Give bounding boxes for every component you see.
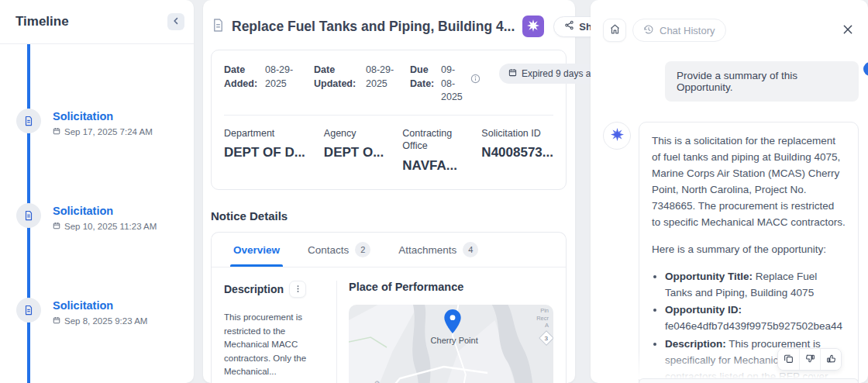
opportunity-info-card: Date Added: 08-29-2025 Date Updated: 08-… <box>211 50 567 190</box>
timeline-item-date: Sep 10, 2025 11:23 AM <box>53 222 194 231</box>
thumbs-up-button[interactable] <box>820 349 841 370</box>
timeline-header: Timeline <box>0 0 194 44</box>
solicitation-id-field: Solicitation ID N4008573... <box>481 127 553 174</box>
description-section: Description This procurement is restrict… <box>224 281 325 383</box>
department-field: Department DEPT OF D... <box>224 127 305 174</box>
document-icon <box>211 18 226 36</box>
thumbs-down-button[interactable] <box>799 349 820 370</box>
sparkle-icon <box>611 128 624 144</box>
notice-details-heading: Notice Details <box>211 209 567 223</box>
opportunity-title-row: Replace Fuel Tanks and Piping, Building … <box>211 16 567 37</box>
ai-assistant-button[interactable] <box>522 16 544 37</box>
place-of-performance-section: Place of Performance <box>349 281 553 383</box>
timeline-item-type[interactable]: Solicitation <box>53 110 194 122</box>
chat-history-button[interactable]: Chat History <box>632 19 726 42</box>
collapse-panel-button[interactable] <box>167 13 184 30</box>
timeline-panel: Timeline Solicitation Sep 17, 2025 7:24 … <box>0 0 194 383</box>
org-row: Department DEPT OF D... Agency DEPT O...… <box>212 116 566 190</box>
chat-panel: Chat History Provide a summary of this O… <box>591 0 868 383</box>
map-corner-labels: Pin Recr A <box>536 307 549 329</box>
timeline-item-date: Sep 17, 2025 7:24 AM <box>53 127 194 136</box>
chevron-left-icon <box>171 16 181 28</box>
assistant-summary-lead: Here is a summary of the opportunity: <box>652 241 846 257</box>
timeline-title: Timeline <box>16 14 69 29</box>
sparkle-icon <box>527 19 539 34</box>
history-icon <box>643 24 654 37</box>
timeline-item-date: Sep 8, 2025 9:23 AM <box>53 316 194 326</box>
due-date-field: Due Date: 09-08-2025 <box>410 64 466 105</box>
date-updated-field: Date Updated: 08-29-2025 <box>314 64 404 91</box>
opportunity-panel: Replace Fuel Tanks and Piping, Building … <box>203 0 575 383</box>
agency-field: Agency DEPT O... <box>324 127 384 174</box>
thumbs-down-icon <box>805 354 815 366</box>
description-heading: Description <box>224 283 284 295</box>
assistant-message-row: This is a solicitation for the replaceme… <box>603 122 859 383</box>
notice-details-card: Overview Contacts 2 Attachments 4 Descri… <box>211 232 567 383</box>
description-text: This procurement is restricted to the Me… <box>224 311 325 378</box>
map-pin-icon <box>443 309 463 337</box>
opportunity-title: Replace Fuel Tanks and Piping, Building … <box>232 19 515 35</box>
document-icon <box>16 203 41 228</box>
tab-attachments[interactable]: Attachments 4 <box>398 233 478 267</box>
calendar-icon <box>53 127 60 136</box>
date-added-field: Date Added: 08-29-2025 <box>224 64 303 91</box>
divider <box>336 281 337 383</box>
performance-map[interactable]: Cherry Point here Pin Recr A 3 <box>349 305 553 383</box>
timeline-item[interactable]: Solicitation Sep 8, 2025 9:23 AM <box>0 298 194 326</box>
dates-row: Date Added: 08-29-2025 Date Updated: 08-… <box>212 50 566 115</box>
assistant-intro: This is a solicitation for the replaceme… <box>652 133 846 230</box>
tab-overview[interactable]: Overview <box>233 233 280 267</box>
timeline-item-type[interactable]: Solicitation <box>53 205 194 217</box>
timeline-item[interactable]: Solicitation Sep 17, 2025 7:24 AM <box>0 109 194 136</box>
copy-icon <box>784 354 794 366</box>
document-icon <box>16 298 41 323</box>
thumbs-up-icon <box>826 354 836 366</box>
calendar-icon <box>53 222 60 231</box>
document-icon <box>16 109 41 133</box>
close-icon <box>842 23 854 38</box>
assistant-message: This is a solicitation for the replaceme… <box>639 122 859 383</box>
map-pin-label: Cherry Point <box>431 336 478 345</box>
timeline-item[interactable]: Solicitation Sep 10, 2025 11:23 AM <box>0 203 194 231</box>
user-message: Provide a summary of this Opportunity. <box>665 61 859 102</box>
chat-header: Chat History <box>591 0 868 42</box>
assistant-avatar <box>603 122 631 150</box>
kebab-menu-icon <box>294 284 302 295</box>
tab-bar: Overview Contacts 2 Attachments 4 <box>212 233 566 267</box>
home-button[interactable] <box>603 19 626 42</box>
panel-edge-button[interactable] <box>863 62 868 76</box>
contacts-count-badge: 2 <box>355 242 370 257</box>
attachments-count-badge: 4 <box>463 242 478 257</box>
close-panel-button[interactable] <box>840 22 856 40</box>
bullet-item: Opportunity ID: fe046e4dfb7d439f9975b927… <box>665 302 846 334</box>
message-actions-toolbar <box>777 348 842 371</box>
home-icon <box>609 23 621 37</box>
overview-tab-content: Description This procurement is restrict… <box>212 267 566 383</box>
contracting-office-field: Contracting Office NAVFA... <box>402 127 463 174</box>
bullet-item: Opportunity Title: Replace Fuel Tanks an… <box>665 268 846 301</box>
info-icon[interactable] <box>470 73 480 87</box>
copy-button[interactable] <box>778 349 799 370</box>
calendar-icon <box>508 68 517 79</box>
place-of-performance-heading: Place of Performance <box>349 281 553 293</box>
timeline-item-type[interactable]: Solicitation <box>53 299 194 312</box>
calendar-icon <box>53 316 60 326</box>
tab-contacts[interactable]: Contacts 2 <box>308 233 370 267</box>
share-icon <box>564 20 574 33</box>
chat-input-edge[interactable] <box>639 378 859 383</box>
description-menu-button[interactable] <box>289 281 306 298</box>
